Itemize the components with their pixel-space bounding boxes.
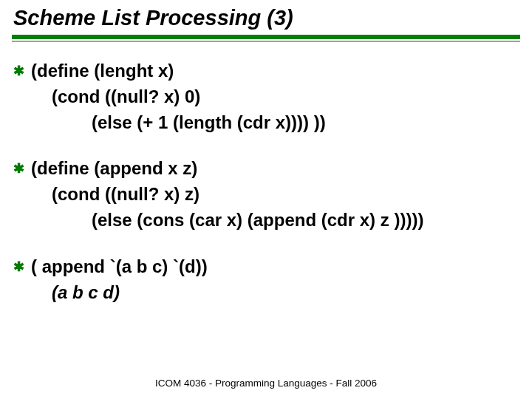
asterisk-icon	[13, 159, 31, 178]
slide-footer: ICOM 4036 - Programming Languages - Fall…	[0, 378, 532, 389]
code-text: ( append `(a b c) `(d))	[31, 254, 208, 280]
code-text: (cond ((null? x) z)	[31, 182, 200, 208]
code-line: (cond ((null? x) 0)	[13, 84, 520, 110]
result-text: (a b c d)	[31, 280, 120, 306]
code-line: (define (lenght x)	[13, 58, 520, 84]
code-text: (else (+ 1 (length (cdr x)))) ))	[31, 110, 326, 136]
slide: Scheme List Processing (3) (define (leng…	[0, 0, 532, 305]
code-text: (define (append x z)	[31, 156, 197, 182]
code-text: (else (cons (car x) (append (cdr x) z ))…	[31, 208, 423, 233]
code-line: (else (cons (car x) (append (cdr x) z ))…	[13, 208, 520, 233]
asterisk-icon	[13, 257, 31, 276]
code-line: (else (+ 1 (length (cdr x)))) ))	[13, 110, 520, 136]
asterisk-icon	[13, 61, 31, 81]
title-rule-shadow	[12, 41, 520, 42]
bullet-item: ( append `(a b c) `(d)) (a b c d)	[13, 254, 520, 306]
code-text: (cond ((null? x) 0)	[31, 84, 200, 110]
title-rule	[12, 35, 520, 39]
code-text: (define (lenght x)	[31, 58, 174, 84]
content-area: (define (lenght x) (cond ((null? x) 0) (…	[12, 58, 520, 305]
code-line: ( append `(a b c) `(d))	[13, 254, 520, 280]
slide-title: Scheme List Processing (3)	[13, 6, 520, 30]
bullet-item: (define (lenght x) (cond ((null? x) 0) (…	[13, 58, 520, 135]
code-line: (define (append x z)	[13, 156, 520, 182]
code-line: (a b c d)	[13, 280, 520, 306]
code-line: (cond ((null? x) z)	[13, 182, 520, 208]
bullet-item: (define (append x z) (cond ((null? x) z)…	[13, 156, 520, 233]
